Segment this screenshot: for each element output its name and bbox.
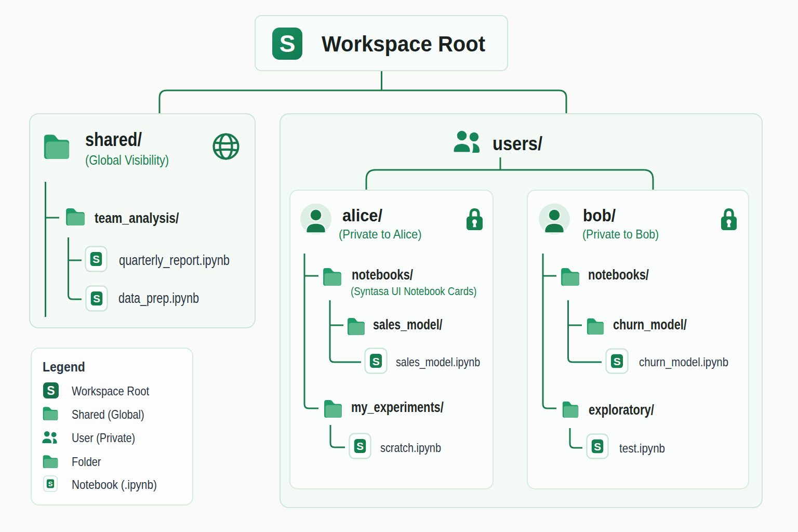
svg-text:S: S xyxy=(280,30,296,57)
svg-text:S: S xyxy=(47,384,55,397)
